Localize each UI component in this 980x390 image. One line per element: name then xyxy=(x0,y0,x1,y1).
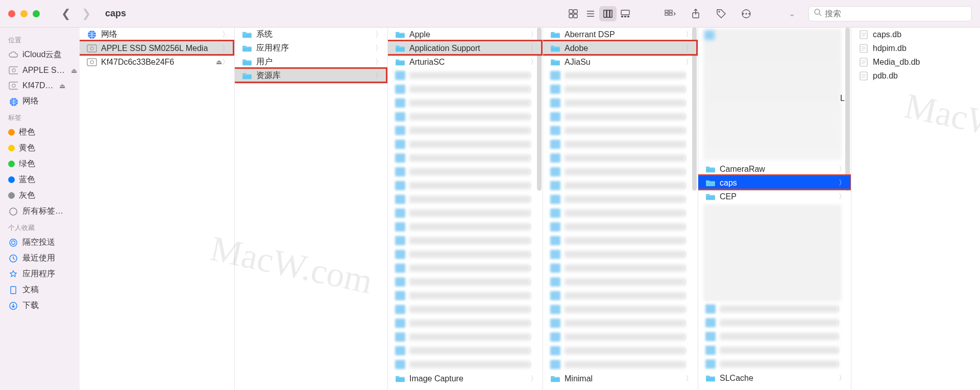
row-label: caps.db xyxy=(873,30,975,39)
redacted-row: 〉 xyxy=(547,303,696,317)
sidebar-location-item[interactable]: 网络 xyxy=(0,93,80,109)
folder-icon xyxy=(242,44,252,53)
sidebar-favorite-item[interactable]: 应用程序 xyxy=(0,266,80,282)
action-button[interactable] xyxy=(738,6,755,21)
search-input[interactable] xyxy=(825,9,966,18)
search-field[interactable] xyxy=(808,6,972,21)
sidebar-tag-item[interactable]: 绿色 xyxy=(0,156,80,172)
column-5[interactable]: L CameraRaw 〉 caps 〉 CEP 〉 〉〉〉〉〉 SLCache… xyxy=(698,28,851,390)
browser-row[interactable]: Aberrant DSP 〉 xyxy=(543,28,698,41)
window-controls xyxy=(8,10,40,17)
svg-rect-9 xyxy=(604,10,606,17)
redacted-row: 〉 xyxy=(547,193,696,206)
minimize-window-button[interactable] xyxy=(20,10,28,17)
forward-button[interactable]: ❯ xyxy=(82,7,91,20)
svg-point-21 xyxy=(719,11,720,12)
browser-row[interactable]: Adobe 〉 xyxy=(543,41,698,55)
column-2[interactable]: 系统 〉 应用程序 〉 用户 〉 资源库 〉 xyxy=(235,28,388,390)
row-label: Minimal xyxy=(565,374,685,383)
dropdown-chevron[interactable]: ⌄ xyxy=(783,6,800,21)
chevron-right-icon: 〉 xyxy=(530,44,537,53)
tag-color-dot xyxy=(8,176,15,183)
tags-button[interactable] xyxy=(713,6,730,21)
redacted-row: 〉 xyxy=(392,303,541,317)
column-4[interactable]: Aberrant DSP 〉 Adobe 〉 AJiaSu 〉 〉〉〉〉〉〉〉〉… xyxy=(543,28,698,390)
view-list-mode[interactable] xyxy=(582,6,599,21)
svg-rect-14 xyxy=(624,16,626,17)
view-column-mode[interactable] xyxy=(599,6,617,21)
svg-point-26 xyxy=(815,9,820,14)
row-label: caps xyxy=(720,178,839,188)
sidebar-favorite-item[interactable]: 最近使用 xyxy=(0,250,80,266)
sidebar-location-item[interactable]: APPLE S… ⏏ xyxy=(0,63,80,78)
eject-icon[interactable]: ⏏ xyxy=(71,67,77,74)
column-1[interactable]: 网络 〉 APPLE SSD SM0256L Media 〉 Kf47Dc6c3… xyxy=(80,28,235,390)
browser-row[interactable]: Media_db.db xyxy=(851,55,980,69)
tag-color-dot xyxy=(8,161,15,167)
sidebar-favorite-item[interactable]: 文稿 xyxy=(0,282,80,298)
zoom-window-button[interactable] xyxy=(33,10,40,17)
view-switcher xyxy=(565,6,634,21)
redacted-row: 〉 xyxy=(702,316,849,330)
sidebar-tag-item[interactable]: 蓝色 xyxy=(0,172,80,188)
folder-icon xyxy=(395,30,405,39)
svg-point-28 xyxy=(10,239,17,246)
view-gallery-mode[interactable] xyxy=(617,6,634,21)
browser-row[interactable]: Apple 〉 xyxy=(388,28,543,41)
redacted-row: 〉 xyxy=(547,151,696,165)
browser-row[interactable]: 系统 〉 xyxy=(235,28,387,41)
redacted-row: 〉 xyxy=(702,344,849,357)
row-label-fragment: L xyxy=(840,94,845,103)
sidebar-tag-item[interactable]: 橙色 xyxy=(0,124,80,140)
row-label: hdpim.db xyxy=(873,44,975,53)
row-label: Apple xyxy=(409,30,530,39)
chevron-right-icon: 〉 xyxy=(530,58,537,67)
browser-row[interactable]: hdpim.db xyxy=(851,41,980,55)
eject-icon[interactable]: ⏏ xyxy=(216,58,222,66)
sidebar-tag-item[interactable]: 所有标签… xyxy=(0,203,80,219)
browser-row[interactable]: CameraRaw 〉 xyxy=(698,162,851,176)
close-window-button[interactable] xyxy=(8,10,15,17)
browser-row[interactable]: Application Support 〉 xyxy=(388,41,543,55)
browser-row[interactable]: 资源库 〉 xyxy=(235,69,387,83)
chevron-right-icon: 〉 xyxy=(685,44,693,53)
sidebar-location-item[interactable]: iCloud云盘 xyxy=(0,47,80,63)
view-icon-mode[interactable] xyxy=(565,6,582,21)
browser-row[interactable]: Kf47Dc6c33Be24F6 ⏏ 〉 xyxy=(80,55,234,69)
browser-row[interactable]: ArturiaSC 〉 xyxy=(388,55,543,69)
sidebar-favorite-item[interactable]: 下载 xyxy=(0,298,80,314)
sidebar-section-favorites: 个人收藏 xyxy=(0,219,80,235)
browser-row[interactable]: pdb.db xyxy=(851,69,980,83)
chevron-right-icon: 〉 xyxy=(375,30,382,39)
browser-row[interactable]: CEP 〉 xyxy=(698,190,851,203)
browser-row[interactable]: AJiaSu 〉 xyxy=(543,55,698,69)
sidebar-tag-item[interactable]: 黄色 xyxy=(0,140,80,156)
column-6[interactable]: caps.db hdpim.db Media_db.db pdb.db xyxy=(851,28,980,390)
sidebar-item-label: 网络 xyxy=(22,96,39,107)
group-by-button[interactable] xyxy=(662,6,679,21)
back-button[interactable]: ❮ xyxy=(61,7,70,20)
browser-row[interactable]: SLCache 〉 xyxy=(698,371,851,385)
sidebar-location-item[interactable]: Kf47D… ⏏ xyxy=(0,78,80,93)
column-3[interactable]: Apple 〉 Application Support 〉 ArturiaSC … xyxy=(388,28,543,390)
sidebar-item-label: 最近使用 xyxy=(22,253,55,264)
browser-row[interactable]: caps 〉 xyxy=(698,176,851,190)
share-button[interactable] xyxy=(687,6,704,21)
db-icon xyxy=(859,44,869,53)
eject-icon[interactable]: ⏏ xyxy=(59,82,65,90)
redacted-row: 〉 xyxy=(547,330,696,344)
sidebar-tag-item[interactable]: 灰色 xyxy=(0,188,80,203)
browser-row[interactable]: 网络 〉 xyxy=(80,28,234,41)
browser-row[interactable]: caps.db xyxy=(851,28,980,41)
browser-row[interactable]: APPLE SSD SM0256L Media 〉 xyxy=(80,41,234,55)
browser-row[interactable]: Image Capture 〉 xyxy=(388,372,543,385)
airdrop-icon xyxy=(8,238,18,248)
browser-row[interactable]: 应用程序 〉 xyxy=(235,41,387,55)
folder-icon xyxy=(705,178,716,188)
sidebar-item-label: 灰色 xyxy=(19,190,35,201)
sidebar-favorite-item[interactable]: 隔空投送 xyxy=(0,235,80,250)
browser-row[interactable]: 用户 〉 xyxy=(235,55,387,69)
browser-row[interactable]: Minimal 〉 xyxy=(543,372,698,385)
svg-rect-12 xyxy=(621,10,629,15)
tag-color-dot xyxy=(8,192,15,199)
